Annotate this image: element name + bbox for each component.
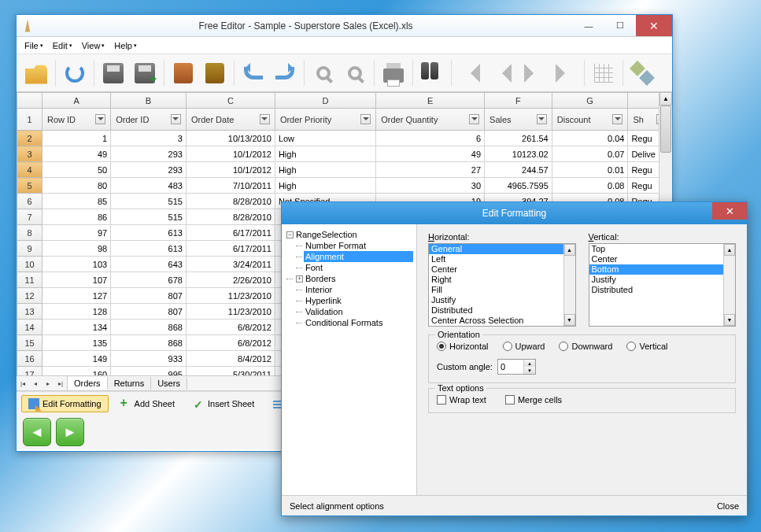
refresh-button[interactable]: [60, 58, 90, 88]
col-header[interactable]: E: [376, 93, 485, 109]
row-header[interactable]: 12: [17, 288, 42, 304]
prev-button[interactable]: [487, 58, 517, 88]
row-header[interactable]: 5: [17, 178, 42, 194]
last-button[interactable]: [550, 58, 580, 88]
row-header[interactable]: 16: [17, 351, 42, 367]
col-header[interactable]: C: [186, 93, 275, 109]
radio-horizontal[interactable]: Horizontal: [437, 342, 489, 351]
scroll-up-button[interactable]: ▲: [659, 92, 672, 105]
list-item[interactable]: Distributed: [429, 305, 563, 316]
menu-help[interactable]: Help▾: [109, 39, 142, 52]
spin-down-button[interactable]: ▼: [524, 367, 535, 374]
grid-button[interactable]: [589, 58, 619, 88]
row-header[interactable]: 9: [17, 241, 42, 257]
vertical-listbox[interactable]: TopCenterBottomJustifyDistributed ▲▼: [589, 243, 737, 327]
row-header[interactable]: 1: [17, 109, 42, 131]
edit-formatting-button[interactable]: Edit Formatting: [21, 395, 109, 412]
book1-button[interactable]: [168, 58, 198, 88]
field-header[interactable]: Row ID: [42, 109, 111, 131]
tree-borders[interactable]: +Borders: [294, 273, 413, 284]
tree-conditional-formats[interactable]: Conditional Formats: [304, 317, 413, 328]
col-header[interactable]: A: [42, 93, 111, 109]
insert-sheet-button[interactable]: ✓Insert Sheet: [187, 395, 261, 412]
tree-root[interactable]: −RangeSelection: [285, 229, 413, 240]
row-header[interactable]: 17: [17, 367, 42, 376]
print-button[interactable]: [379, 58, 408, 88]
list-item[interactable]: Fill: [429, 285, 563, 295]
list-item[interactable]: Justify: [429, 295, 563, 305]
table-row[interactable]: 21310/13/2010Low6261.540.04Regu: [17, 131, 672, 146]
tab-next-button[interactable]: ▸: [42, 376, 54, 390]
filter-button[interactable]: [612, 114, 622, 124]
row-header[interactable]: 11: [17, 272, 42, 288]
field-header[interactable]: Discount: [552, 109, 628, 131]
minimize-button[interactable]: —: [573, 15, 604, 36]
tab-first-button[interactable]: |◂: [17, 376, 29, 390]
tree-alignment[interactable]: Alignment: [304, 251, 413, 262]
menu-edit[interactable]: Edit▾: [48, 39, 77, 52]
tree-validation[interactable]: Validation: [304, 306, 413, 317]
row-header[interactable]: 4: [17, 162, 42, 178]
tab-prev-button[interactable]: ◂: [29, 376, 42, 390]
col-header[interactable]: D: [275, 93, 375, 109]
dialog-tree[interactable]: −RangeSelection Number Format Alignment …: [282, 224, 417, 495]
zoom-in-button[interactable]: [308, 58, 338, 88]
close-button[interactable]: ✕: [636, 15, 672, 36]
list-item[interactable]: Center Across Selection: [429, 316, 563, 326]
custom-angle-input[interactable]: [498, 360, 523, 374]
field-header[interactable]: Order Quantity: [376, 109, 485, 131]
expand-icon[interactable]: +: [296, 275, 303, 283]
book2-button[interactable]: [200, 58, 230, 88]
list-item[interactable]: General: [429, 244, 563, 254]
spin-up-button[interactable]: ▲: [524, 360, 535, 367]
open-button[interactable]: [21, 58, 51, 88]
row-header[interactable]: 13: [17, 304, 42, 320]
field-header[interactable]: Order Date: [186, 109, 275, 131]
save-as-button[interactable]: [130, 58, 160, 88]
col-header[interactable]: B: [111, 93, 187, 109]
first-button[interactable]: [456, 58, 486, 88]
filter-button[interactable]: [260, 114, 270, 124]
tree-hyperlink[interactable]: Hyperlink: [304, 295, 413, 306]
row-header[interactable]: 14: [17, 320, 42, 335]
scroll-thumb[interactable]: [660, 105, 671, 153]
list-item[interactable]: Justify: [589, 275, 724, 285]
radio-vertical[interactable]: Vertical: [626, 342, 667, 351]
dialog-close-button[interactable]: ✕: [712, 202, 747, 220]
row-header[interactable]: 2: [17, 131, 42, 146]
radio-downward[interactable]: Downward: [559, 342, 612, 351]
find-button[interactable]: [417, 58, 447, 88]
list-item[interactable]: Center: [429, 264, 563, 275]
list-item[interactable]: Top: [589, 244, 724, 254]
table-row[interactable]: 45029310/1/2012High27244.570.01Regu: [17, 162, 672, 178]
filter-button[interactable]: [95, 114, 105, 124]
save-button[interactable]: [98, 58, 128, 88]
row-header[interactable]: 3: [17, 146, 42, 162]
list-item[interactable]: Bottom: [589, 264, 724, 275]
maximize-button[interactable]: ☐: [604, 15, 636, 36]
dialog-close-link[interactable]: Close: [717, 501, 739, 511]
shapes-button[interactable]: [627, 58, 657, 88]
menu-view[interactable]: View▾: [77, 39, 110, 52]
dialog-titlebar[interactable]: Edit Formatting ✕: [282, 202, 747, 224]
list-item[interactable]: Distributed: [589, 285, 724, 295]
filter-button[interactable]: [171, 114, 181, 124]
custom-angle-spinner[interactable]: ▲▼: [497, 359, 536, 375]
table-row[interactable]: 34929310/1/2012High4910123.020.07Delive: [17, 146, 672, 162]
list-scroll-up[interactable]: ▲: [564, 244, 575, 256]
row-header[interactable]: 7: [17, 209, 42, 225]
row-header[interactable]: 10: [17, 257, 42, 272]
tab-users[interactable]: Users: [151, 377, 187, 390]
menu-file[interactable]: File▾: [20, 39, 48, 52]
add-sheet-button[interactable]: +Add Sheet: [113, 395, 182, 412]
filter-button[interactable]: [469, 114, 479, 124]
list-item[interactable]: Left: [429, 254, 563, 264]
list-item[interactable]: Right: [429, 275, 563, 285]
radio-upward[interactable]: Upward: [503, 342, 545, 351]
row-header[interactable]: 8: [17, 225, 42, 241]
nav-forward-button[interactable]: ►: [56, 418, 84, 446]
row-header[interactable]: 6: [17, 194, 42, 209]
next-button[interactable]: [519, 58, 549, 88]
col-header[interactable]: G: [552, 93, 628, 109]
titlebar[interactable]: Free Editor - Sample - Superstore Sales …: [17, 15, 672, 37]
